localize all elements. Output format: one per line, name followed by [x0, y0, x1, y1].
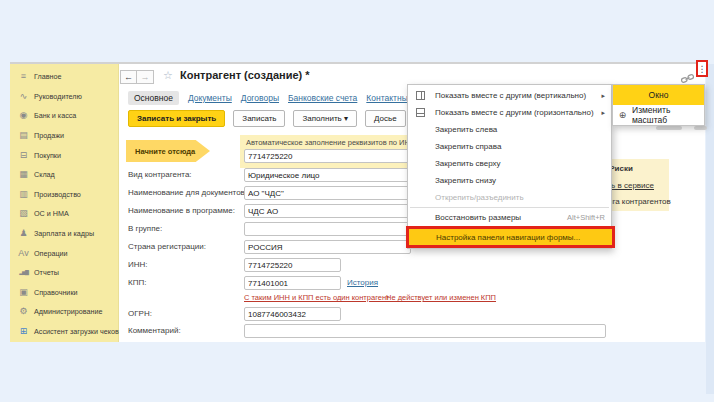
sidebar-item-bank-kassa[interactable]: ◉Банк и касса — [10, 106, 118, 126]
gruppa-input[interactable] — [244, 222, 411, 236]
menu-item-show-horizontal[interactable]: Показать вместе с другим (горизонтально)… — [408, 104, 611, 121]
warehouse-icon: ▦ — [18, 170, 29, 179]
sidebar-item-spravochniki[interactable]: ▣Справочники — [10, 283, 118, 303]
fill-dropdown-button[interactable]: Заполнить ▾ — [293, 110, 357, 127]
sidebar-item-administrirovanie[interactable]: ⚙Администрирование — [10, 302, 118, 322]
sidebar-item-label: Зарплата и кадры — [34, 229, 94, 238]
naimenovanie-dokumentov-input[interactable] — [244, 186, 411, 200]
menu-item-pin-left[interactable]: Закрепить слева — [408, 121, 611, 138]
tab-osnovnoe[interactable]: Основное — [128, 91, 179, 105]
menu-item-pin-right[interactable]: Закрепить справа — [408, 138, 611, 155]
field-label-ogrn: ОГРН: — [128, 309, 152, 318]
sidebar-item-label: Администрирование — [34, 307, 103, 316]
sidebar-item-rukovoditelyu[interactable]: ∿Руководителю — [10, 87, 118, 107]
inn-autofill-input[interactable] — [244, 149, 411, 163]
start-here-arrow: Начните отсюда — [126, 140, 210, 162]
sidebar-item-label: ОС и НМА — [34, 209, 69, 218]
truck-icon: ▧ — [18, 209, 29, 218]
menu-item-change-zoom[interactable]: ⊕ Изменить масштаб — [613, 105, 704, 125]
field-label-naim-dok: Наименование для документов: — [128, 188, 247, 197]
more-menu-button-highlighted[interactable]: ⋮ — [696, 60, 708, 77]
menu-item-pin-top[interactable]: Закрепить сверху — [408, 155, 611, 172]
menu-icon: ≡ — [18, 72, 29, 81]
duplicate-warning-link[interactable]: С таким ИНН и КПП есть один контрагент — [244, 293, 389, 302]
history-link[interactable]: История — [347, 278, 378, 287]
menu-item-label: Изменить масштаб — [632, 105, 704, 125]
page-title: Контрагент (создание) * — [180, 69, 310, 81]
sidebar-item-label: Продажи — [34, 131, 64, 140]
sidebar-item-label: Справочники — [34, 288, 78, 297]
bank-icon: ◉ — [18, 111, 29, 120]
save-button[interactable]: Записать — [233, 110, 285, 127]
tab-dokumenty[interactable]: Документы — [188, 93, 232, 103]
bar-chart-icon: ▂▅▇ — [18, 268, 29, 277]
history-nav: ← → — [120, 70, 154, 84]
sections-sidebar: ≡Главное ∿Руководителю ◉Банк и касса ▤Пр… — [10, 64, 119, 342]
menu-item-label: Закрепить справа — [435, 142, 501, 151]
menu-item-restore-sizes[interactable]: Восстановить размеры Alt+Shift+R — [408, 209, 611, 226]
tab-dogovory[interactable]: Договоры — [241, 93, 279, 103]
ogrn-input[interactable] — [244, 307, 341, 321]
menu-item-label: Показать вместе с другим (вертикально) — [435, 91, 586, 100]
menu-item-unpin: Открепить/разъединить — [408, 189, 611, 206]
factory-icon: ▥ — [18, 190, 29, 199]
inn-input[interactable] — [244, 258, 341, 272]
save-and-close-button[interactable]: Записать и закрыть — [128, 110, 225, 127]
menu-item-label: Закрепить снизу — [435, 176, 496, 185]
sidebar-item-label: Банк и касса — [34, 111, 76, 120]
sidebar-item-os-nma[interactable]: ▧ОС и НМА — [10, 204, 118, 224]
sales-bag-icon: ▤ — [18, 131, 29, 140]
kommentarij-input[interactable] — [244, 324, 606, 338]
zoom-icon: ⊕ — [613, 110, 632, 120]
receipts-assistant-icon: ⊞ — [18, 327, 29, 336]
menu-item-okno[interactable]: Окно — [613, 85, 704, 105]
split-horizontal-icon — [416, 108, 425, 117]
menu-item-pin-bottom[interactable]: Закрепить снизу — [408, 172, 611, 189]
copy-link-icon[interactable] — [681, 70, 694, 81]
field-label-vid: Вид контрагента: — [128, 170, 192, 179]
sidebar-item-label: Руководителю — [34, 92, 82, 101]
strana-registracii-input[interactable] — [244, 240, 411, 254]
submenu-arrow-icon: ▸ — [601, 109, 605, 117]
menu-item-label: Восстановить размеры — [435, 213, 521, 222]
sidebar-item-zarplata-kadry[interactable]: ♟Зарплата и кадры — [10, 224, 118, 244]
menu-item-label: Настройка панели навигации формы... — [436, 233, 580, 242]
window-submenu: Окно ⊕ Изменить масштаб — [612, 84, 705, 126]
tab-bankovskie-scheta[interactable]: Банковские счета — [288, 93, 357, 103]
field-label-kommentarij: Комментарий: — [128, 326, 181, 335]
sidebar-item-assistent-chekov[interactable]: ⊞Ассистент загрузки чеков — [10, 322, 118, 342]
menu-item-label: Закрепить слева — [435, 125, 497, 134]
sidebar-item-otchety[interactable]: ▂▅▇Отчеты — [10, 263, 118, 283]
shortcut-label: Alt+Shift+R — [567, 213, 605, 222]
field-label-inn: ИНН: — [128, 260, 148, 269]
sidebar-item-proizvodstvo[interactable]: ▥Производство — [10, 185, 118, 205]
back-button[interactable]: ← — [120, 70, 137, 84]
window-grip — [656, 126, 682, 130]
menu-item-nav-panel-settings-highlighted[interactable]: Настройка панели навигации формы... — [406, 226, 615, 248]
dossier-button[interactable]: Досье — [365, 110, 406, 127]
book-icon: ▣ — [18, 288, 29, 297]
invalid-kpp-link[interactable]: Не действует или изменен КПП — [386, 293, 496, 302]
menu-item-label: Открепить/разъединить — [435, 193, 524, 202]
field-label-strana: Страна регистрации: — [128, 242, 206, 251]
sidebar-item-operacii[interactable]: АvОперации — [10, 243, 118, 263]
sidebar-item-label: Операции — [34, 249, 68, 258]
sidebar-item-prodazhi[interactable]: ▤Продажи — [10, 126, 118, 146]
kpp-input[interactable] — [244, 276, 341, 290]
menu-item-label: Окно — [649, 90, 669, 100]
sidebar-item-glavnoe[interactable]: ≡Главное — [10, 67, 118, 87]
sidebar-item-sklad[interactable]: ▦Склад — [10, 165, 118, 185]
naimenovanie-programme-input[interactable] — [244, 204, 411, 218]
vid-kontragenta-input[interactable] — [244, 168, 411, 182]
sidebar-item-pokupki[interactable]: ⊟Покупки — [10, 145, 118, 165]
submenu-arrow-icon: ▸ — [601, 92, 605, 100]
sidebar-item-label: Ассистент загрузки чеков — [34, 327, 119, 336]
forward-button[interactable]: → — [137, 70, 154, 84]
field-label-naim-prog: Наименование в программе: — [128, 206, 235, 215]
favorite-star-icon[interactable]: ☆ — [163, 69, 173, 82]
operations-icon: Аv — [18, 249, 29, 258]
field-label-kpp: КПП: — [128, 278, 146, 287]
menu-item-show-vertical[interactable]: Показать вместе с другим (вертикально) ▸ — [408, 87, 611, 104]
menu-item-label: Показать вместе с другим (горизонтально) — [435, 108, 594, 117]
cart-icon: ⊟ — [18, 151, 29, 160]
